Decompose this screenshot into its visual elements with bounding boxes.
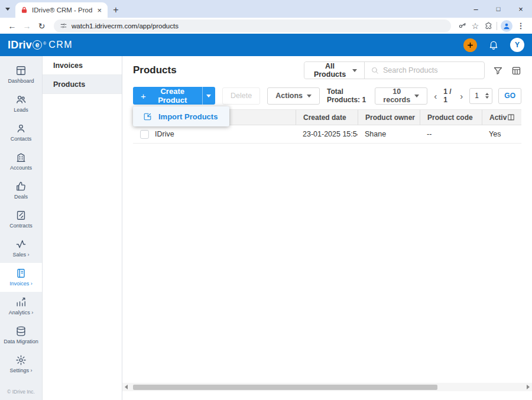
sidebar-item-label: Invoices › — [9, 281, 33, 287]
cell-owner: Shane — [358, 130, 420, 138]
sub-sidebar: InvoicesProducts — [43, 56, 122, 400]
data-migration-icon — [15, 326, 27, 337]
reload-button[interactable]: ↻ — [34, 21, 49, 31]
browser-profile-avatar[interactable] — [501, 20, 512, 32]
sidebar-item-analytics[interactable]: Analytics › — [0, 292, 42, 321]
sidebar-item-invoices[interactable]: Invoices › — [0, 263, 42, 292]
sidebar-item-label: Settings › — [9, 368, 32, 373]
browser-tab-bar: IDrive® CRM - Products × + – □ × — [0, 0, 532, 18]
sidebar-item-contacts[interactable]: Contacts — [0, 118, 42, 147]
next-page-button[interactable]: › — [459, 91, 463, 101]
browser-menu-icon[interactable]: ⋮ — [514, 21, 527, 30]
browser-tab[interactable]: IDrive® CRM - Products × — [15, 2, 108, 18]
sidebar-nav: DashboardLeadsContactsAccountsDealsContr… — [0, 56, 43, 400]
quick-add-button[interactable] — [463, 38, 477, 52]
delete-button[interactable]: Delete — [222, 87, 260, 105]
sidebar-item-label: Contacts — [11, 136, 32, 142]
sidebar-item-settings[interactable]: Settings › — [0, 350, 42, 379]
leads-icon — [15, 94, 27, 105]
site-settings-icon[interactable] — [60, 22, 67, 30]
password-key-icon[interactable] — [456, 21, 469, 30]
bookmark-star-icon[interactable]: ☆ — [469, 21, 482, 31]
sidebar-item-label: Contracts — [9, 223, 33, 229]
extensions-icon[interactable] — [482, 21, 495, 30]
maximize-button[interactable]: □ — [487, 0, 510, 18]
search-icon — [371, 66, 379, 74]
filter-funnel-icon[interactable] — [493, 66, 503, 76]
back-button[interactable]: ← — [5, 21, 20, 31]
prev-page-button[interactable]: ‹ — [433, 91, 437, 101]
invoices-icon — [15, 268, 27, 279]
cell-code: -- — [420, 130, 482, 138]
analytics-icon — [15, 297, 27, 308]
search-input[interactable] — [383, 66, 478, 74]
column-header-active[interactable]: Activ — [482, 110, 521, 125]
scroll-right-arrow-icon[interactable] — [524, 385, 532, 389]
dashboard-icon — [15, 65, 27, 76]
sidebar-item-label: Analytics › — [9, 310, 34, 316]
column-header-code[interactable]: Product code — [420, 110, 482, 125]
tab-title: IDrive® CRM - Products — [32, 6, 92, 14]
scrollbar-thumb[interactable] — [133, 385, 437, 390]
page-number-input-box — [469, 88, 492, 104]
close-button[interactable]: × — [510, 0, 532, 18]
tab-search-chevron-icon[interactable] — [0, 0, 15, 18]
contracts-icon — [15, 210, 27, 221]
horizontal-scrollbar[interactable] — [122, 383, 532, 391]
idrive-crm-logo[interactable]: IDrive®CRM — [8, 39, 73, 51]
url-text: watch1.idrivecrm.com/app/products — [72, 22, 179, 30]
scrollbar-track[interactable] — [130, 383, 524, 391]
page-title: Products — [133, 64, 177, 76]
sidebar-item-data-migration[interactable]: Data Migration — [0, 321, 42, 350]
user-avatar[interactable]: Y — [510, 38, 524, 52]
new-tab-button[interactable]: + — [108, 2, 124, 18]
go-button[interactable]: GO — [498, 88, 521, 104]
create-product-button[interactable]: + Create Product — [133, 87, 202, 105]
create-product-dropdown-toggle[interactable] — [202, 87, 215, 105]
subsidebar-item-products[interactable]: Products — [43, 75, 122, 94]
table-row[interactable]: IDrive23-01-2025 15:54:58Shane--Yes — [133, 125, 521, 144]
column-header-owner[interactable]: Product owner — [358, 110, 420, 125]
sidebar-item-accounts[interactable]: Accounts — [0, 147, 42, 176]
page-number-input[interactable] — [475, 92, 485, 100]
sidebar-item-label: Leads — [14, 107, 28, 113]
cell-active: Yes — [482, 130, 521, 138]
table-view-icon[interactable] — [511, 66, 521, 76]
subsidebar-item-invoices[interactable]: Invoices — [43, 56, 122, 75]
sidebar-item-label: Data Migration — [4, 339, 38, 344]
settings-icon — [15, 355, 27, 366]
sidebar-item-label: Dashboard — [8, 78, 34, 84]
sidebar-item-label: Sales › — [12, 252, 29, 258]
sidebar-item-sales[interactable]: Sales › — [0, 234, 42, 263]
search-products-box — [365, 62, 484, 79]
column-header-created[interactable]: Created date — [296, 110, 358, 125]
column-settings-icon[interactable] — [507, 113, 515, 122]
deals-icon — [15, 181, 27, 192]
idrive-favicon — [20, 6, 28, 14]
url-field[interactable]: watch1.idrivecrm.com/app/products — [54, 19, 451, 32]
page-stepper[interactable] — [485, 93, 489, 99]
toolbar-divider — [497, 22, 497, 30]
forward-button[interactable]: → — [20, 21, 34, 31]
cell-created: 23-01-2025 15:54:58 — [296, 130, 358, 138]
menu-item-import-products[interactable]: Import Products — [133, 106, 229, 126]
notifications-bell-icon[interactable] — [488, 40, 499, 50]
window-controls: – □ × — [465, 0, 532, 18]
main-content: Products All Products + Create Product — [122, 56, 532, 400]
records-per-page-button[interactable]: 10 records — [375, 87, 427, 105]
minimize-button[interactable]: – — [465, 0, 487, 18]
sidebar-item-contracts[interactable]: Contracts — [0, 205, 42, 234]
app-header: IDrive®CRM Y — [0, 34, 532, 56]
sales-icon — [15, 239, 27, 250]
scroll-left-arrow-icon[interactable] — [122, 385, 130, 389]
sidebar-item-leads[interactable]: Leads — [0, 89, 42, 118]
browser-address-bar: ← → ↻ watch1.idrivecrm.com/app/products … — [0, 18, 532, 34]
page-indicator: 1 / 1 — [443, 87, 453, 104]
tab-close-icon[interactable]: × — [96, 6, 103, 15]
sidebar-item-deals[interactable]: Deals — [0, 176, 42, 205]
product-view-filter-button[interactable]: All Products — [304, 62, 365, 79]
create-product-menu: Import Products — [133, 106, 229, 126]
row-checkbox[interactable] — [140, 130, 149, 139]
actions-button[interactable]: Actions — [267, 87, 320, 105]
sidebar-item-dashboard[interactable]: Dashboard — [0, 60, 42, 89]
